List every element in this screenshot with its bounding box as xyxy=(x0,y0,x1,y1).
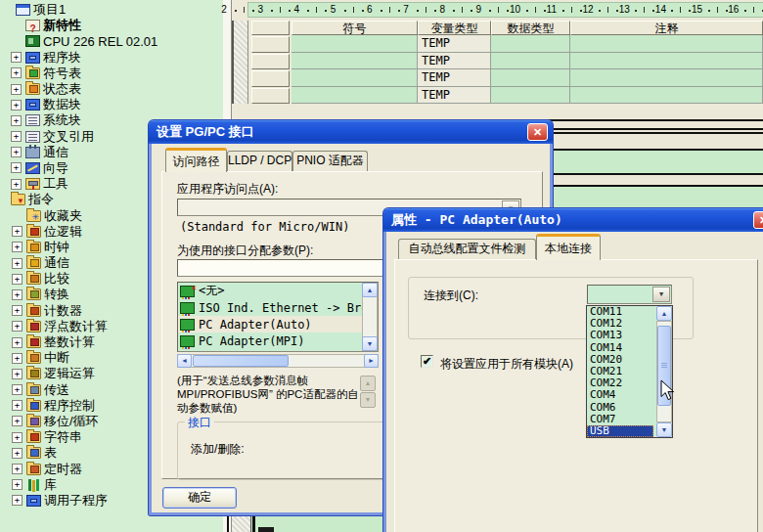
tree-item[interactable]: CPU 226 REL 02.01 xyxy=(0,33,223,49)
table-cell[interactable] xyxy=(570,35,763,53)
table-cell[interactable] xyxy=(292,87,418,105)
tree-item[interactable]: +状态表 xyxy=(0,81,223,97)
dropdown-option[interactable]: USB xyxy=(587,425,653,437)
dropdown-option[interactable]: COM11 xyxy=(587,306,653,318)
row-header-cell[interactable] xyxy=(251,88,290,105)
ok-button[interactable]: 确定 xyxy=(162,487,237,509)
table-cell[interactable]: TEMP xyxy=(418,35,491,53)
expand-icon[interactable]: + xyxy=(11,147,22,157)
dropdown-option[interactable]: COM21 xyxy=(587,366,653,377)
expand-icon[interactable]: + xyxy=(12,384,22,395)
dropdown-option[interactable]: COM20 xyxy=(587,354,653,366)
expand-icon[interactable]: + xyxy=(11,84,22,95)
expand-icon[interactable]: + xyxy=(12,448,22,459)
tab-access-path[interactable]: 访问路径 xyxy=(165,148,227,172)
close-icon[interactable]: ✕ xyxy=(753,211,763,229)
scroll-up-icon[interactable]: ▲ xyxy=(656,306,672,321)
expand-icon[interactable]: + xyxy=(12,416,22,426)
table-cell[interactable] xyxy=(570,53,763,70)
table-cell[interactable] xyxy=(491,35,570,53)
column-header[interactable]: 符号 xyxy=(292,21,418,35)
expand-icon[interactable]: + xyxy=(11,131,22,142)
scroll-down-icon[interactable]: ▼ xyxy=(362,336,378,351)
tab-auto-bus-detect[interactable]: 自动总线配置文件检测 xyxy=(398,239,536,259)
expand-icon[interactable]: + xyxy=(12,464,22,474)
scroll-right-icon[interactable]: ► xyxy=(364,354,379,368)
expand-icon[interactable]: + xyxy=(11,115,22,126)
adapter-list-label: PC Adapter(MPI) xyxy=(199,334,304,348)
dialog-titlebar[interactable]: 属性 - PC Adapter(Auto) ✕ xyxy=(383,208,763,232)
tree-item[interactable]: 新特性 xyxy=(0,18,223,33)
expand-icon[interactable]: + xyxy=(11,67,22,78)
close-icon[interactable]: ✕ xyxy=(527,123,548,141)
expand-icon[interactable]: + xyxy=(12,337,22,348)
expand-icon[interactable]: + xyxy=(12,242,22,252)
expand-icon[interactable]: + xyxy=(12,305,22,316)
adapter-listbox[interactable]: <无>ISO Ind. Ethernet -> BroadcPC Adapter… xyxy=(177,282,379,352)
table-cell[interactable]: TEMP xyxy=(418,53,491,70)
table-cell[interactable] xyxy=(292,53,418,70)
table-cell[interactable]: TEMP xyxy=(418,87,491,105)
row-header-cell[interactable] xyxy=(251,70,290,87)
row-header-cell[interactable] xyxy=(251,54,290,70)
table-cell[interactable] xyxy=(491,87,570,105)
tab-lldp-dcp[interactable]: LLDP / DCP xyxy=(227,151,292,171)
dropdown-option[interactable]: COM22 xyxy=(587,377,653,389)
adapter-list-item[interactable]: <无> xyxy=(178,283,378,299)
table-cell[interactable] xyxy=(491,69,570,87)
tree-item[interactable]: 项目1 xyxy=(0,2,223,18)
tab-pnio-adapter[interactable]: PNIO 适配器 xyxy=(292,151,368,171)
row-header-cell[interactable] xyxy=(251,36,290,53)
adapter-list-item[interactable]: ISO Ind. Ethernet -> Broadc xyxy=(178,299,378,316)
expand-icon[interactable]: + xyxy=(12,369,22,379)
expand-icon[interactable]: + xyxy=(12,432,22,443)
table-cell[interactable] xyxy=(491,53,570,70)
expand-icon[interactable]: + xyxy=(12,258,22,269)
column-header[interactable]: 数据类型 xyxy=(491,21,570,35)
expand-icon[interactable]: + xyxy=(11,52,22,63)
apply-all-checkbox[interactable]: ✔ xyxy=(421,355,433,368)
chevron-down-icon[interactable]: ▼ xyxy=(652,287,670,302)
dropdown-option[interactable]: COM12 xyxy=(587,318,653,330)
expand-icon[interactable]: + xyxy=(12,495,22,506)
expand-icon[interactable]: + xyxy=(12,289,22,300)
adapter-list-item[interactable]: PC Adapter(MPI) xyxy=(178,332,378,349)
column-header[interactable]: 变量类型 xyxy=(418,21,491,35)
row-selector-column[interactable] xyxy=(232,21,248,104)
expand-icon[interactable]: + xyxy=(11,179,22,190)
expand-icon[interactable]: + xyxy=(12,274,22,285)
table-cell[interactable] xyxy=(570,87,763,105)
tree-item[interactable]: +符号表 xyxy=(0,66,223,81)
dropdown-option[interactable]: COM13 xyxy=(587,330,653,341)
dialog-titlebar[interactable]: 设置 PG/PC 接口 ✕ xyxy=(149,120,553,144)
hscroll-thumb[interactable] xyxy=(193,355,289,367)
expand-icon[interactable]: + xyxy=(12,400,22,411)
dropdown-option[interactable]: COM4 xyxy=(587,389,653,401)
dropdown-option[interactable]: COM6 xyxy=(587,402,653,414)
table-cell[interactable] xyxy=(292,35,418,53)
dropdown-option[interactable]: COM14 xyxy=(587,342,653,354)
table-cell[interactable]: TEMP xyxy=(418,69,491,87)
column-header[interactable]: 注释 xyxy=(570,21,763,35)
expand-icon[interactable]: + xyxy=(11,100,22,111)
scroll-down-icon[interactable]: ▼ xyxy=(656,422,672,437)
tree-item[interactable]: +数据块 xyxy=(0,97,223,112)
tree-item-label: 通信 xyxy=(44,255,69,271)
scroll-left-icon[interactable]: ◄ xyxy=(177,354,192,368)
ruler-tick xyxy=(744,10,746,12)
table-cell[interactable] xyxy=(292,69,418,87)
expand-icon[interactable]: + xyxy=(12,321,22,332)
tree-item[interactable]: +程序块 xyxy=(0,50,223,66)
tab-local-connection[interactable]: 本地连接 xyxy=(536,234,601,260)
connect-to-combobox[interactable]: USB ▼ xyxy=(587,285,672,304)
connect-to-dropdown[interactable]: COM11COM12COM13COM14COM20COM21COM22COM4C… xyxy=(586,305,673,438)
expand-icon[interactable]: + xyxy=(12,353,22,364)
expand-icon[interactable]: + xyxy=(12,226,22,237)
scroll-up-icon[interactable]: ▲ xyxy=(362,283,378,297)
dropdown-option[interactable]: COM7 xyxy=(587,414,653,425)
folder-icon xyxy=(26,305,41,317)
table-cell[interactable] xyxy=(570,69,763,87)
expand-icon[interactable]: + xyxy=(11,162,22,173)
adapter-list-item[interactable]: PC Adapter(Auto) xyxy=(178,316,378,332)
expand-icon[interactable]: + xyxy=(12,479,22,490)
